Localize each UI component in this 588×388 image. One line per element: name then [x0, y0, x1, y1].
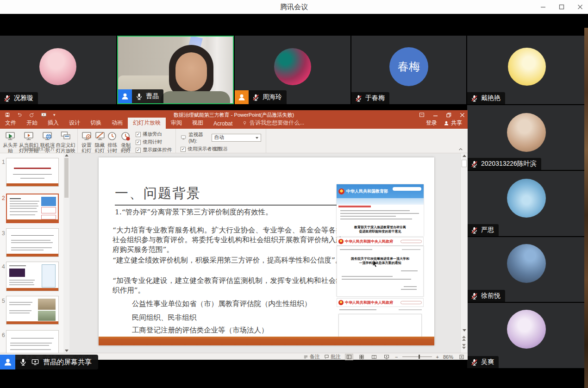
- screen-share-icon: [31, 358, 40, 366]
- tab-acrobat[interactable]: Acrobat: [208, 119, 238, 129]
- slide-sorter-view-button[interactable]: [357, 354, 366, 360]
- tab-slideshow-active[interactable]: 幻灯片放映: [128, 118, 166, 129]
- comments-toggle[interactable]: 批注: [324, 353, 341, 360]
- video-tile-chenyebin[interactable]: 2020313226陈叶滨: [467, 105, 584, 170]
- close-button[interactable]: [577, 4, 583, 10]
- collapse-ribbon-icon[interactable]: [458, 148, 463, 151]
- scrollbar-thumb[interactable]: [64, 158, 69, 198]
- maximize-button[interactable]: [558, 4, 565, 10]
- video-tile-kuangyaxuan[interactable]: 况雅璇: [0, 36, 116, 104]
- slide-paragraph: 1.“管办评”分离背景下第三方评价制度的有效性。: [115, 207, 343, 217]
- tab-view[interactable]: 视图: [187, 118, 208, 129]
- mic-muted-icon: [3, 94, 11, 102]
- video-tile-caojing-speaking[interactable]: 曹晶: [117, 36, 234, 104]
- share-button[interactable]: 共享: [444, 119, 462, 127]
- hide-slide-button[interactable]: 隐藏幻灯片: [94, 130, 106, 147]
- thumbnail-scrollbar[interactable]: [63, 153, 69, 353]
- previous-slide-icon[interactable]: [462, 336, 466, 341]
- ppt-close-icon[interactable]: [460, 113, 465, 118]
- video-tile-wushuang[interactable]: 吴爽: [467, 303, 584, 368]
- setup-slideshow-button[interactable]: 设置幻灯片放映: [80, 130, 94, 147]
- video-tile-yuchunmei[interactable]: 春梅 于春梅: [351, 36, 466, 104]
- slide-thumbnail-1[interactable]: [6, 158, 59, 187]
- scroll-up-icon[interactable]: [462, 155, 466, 157]
- notes-toggle[interactable]: 备注: [303, 353, 320, 360]
- custom-slideshow-button[interactable]: 自定义幻灯片放映: [56, 130, 75, 147]
- zoom-out-button[interactable]: −: [395, 354, 398, 360]
- minimize-button[interactable]: [540, 4, 546, 10]
- window-titlebar: 腾讯会议: [0, 0, 588, 14]
- sharer-avatar-badge: [0, 355, 15, 369]
- screen-share-banner[interactable]: 曹晶的屏幕共享: [0, 355, 98, 369]
- custom-slideshow-icon: [60, 131, 71, 142]
- next-slide-icon[interactable]: [462, 344, 466, 349]
- slideshow-view-button[interactable]: [382, 354, 391, 360]
- avatar: [507, 310, 546, 349]
- thumb-number-selected: 2: [2, 195, 5, 201]
- slide-thumbnail-pane[interactable]: 1 2: [0, 153, 69, 353]
- normal-view-button[interactable]: [345, 354, 353, 360]
- slide-thumbnail-2-selected[interactable]: [6, 194, 59, 223]
- slide-thumbnail-6[interactable]: [6, 330, 59, 353]
- tab-transitions[interactable]: 切换: [85, 118, 106, 129]
- gov-website-header-2: 中华人民共和国中央人民政府: [337, 298, 424, 307]
- monitor-select[interactable]: 自动: [212, 134, 261, 142]
- slide-canvas[interactable]: 一、问题背景 1.“管办评”分离背景下第三方评价制度的有效性。 “大力培育专业教…: [99, 157, 434, 345]
- scrollbar-thumb[interactable]: [462, 160, 467, 167]
- ribbon-group-setup: 设置幻灯片放映 隐藏幻灯片 排练计时 录制幻灯片演示 播放旁白 使用: [78, 129, 176, 153]
- zoom-slider-thumb[interactable]: [419, 355, 420, 359]
- fit-to-window-button[interactable]: [457, 354, 466, 360]
- powerpoint-window: ▾ 数据治理赋能第三方教育 - PowerPoint(产品激活失败) 文件 开始…: [0, 110, 468, 360]
- zoom-slider[interactable]: [402, 357, 432, 357]
- zoom-level[interactable]: 86%: [443, 354, 453, 360]
- video-tile-zhouhailing[interactable]: 周海玲: [235, 36, 350, 104]
- scroll-down-icon[interactable]: [462, 329, 466, 332]
- use-timings-checkbox[interactable]: 使用计时: [136, 139, 172, 145]
- tab-file[interactable]: 文件: [0, 118, 21, 129]
- ppt-restore-icon[interactable]: [446, 113, 451, 118]
- tencent-meeting-window: 腾讯会议 况雅璇: [0, 0, 588, 388]
- slide-thumbnail-4[interactable]: [6, 262, 59, 291]
- video-tile-yansi[interactable]: 严思: [467, 171, 584, 236]
- tab-review[interactable]: 审阅: [166, 118, 187, 129]
- tab-animations[interactable]: 动画: [106, 118, 128, 129]
- from-beginning-button[interactable]: 从头开始: [2, 130, 19, 147]
- avatar: [507, 113, 546, 152]
- rehearse-timings-icon: [106, 131, 118, 142]
- thumb-number: 3: [2, 230, 5, 237]
- from-current-slide-button[interactable]: 从当前幻灯片开始: [19, 130, 39, 147]
- reading-view-button[interactable]: [370, 354, 378, 360]
- slide-area-scrollbar[interactable]: [460, 153, 467, 353]
- mic-muted-icon: [355, 94, 363, 102]
- present-online-button[interactable]: 联机演示: [39, 130, 56, 147]
- comment-icon: [324, 354, 329, 359]
- tab-home[interactable]: 开始: [21, 118, 43, 129]
- video-tile-xuqianyue[interactable]: 徐前悦: [467, 237, 584, 302]
- mic-muted-icon: [470, 226, 478, 234]
- avatar-initials: 春梅: [389, 47, 428, 86]
- ribbon-display-options-icon[interactable]: [419, 112, 425, 118]
- gov-header-title: 中华人民共和国中央人民政府: [345, 300, 393, 305]
- nav-row: [338, 206, 371, 207]
- moe-header-title: 中华人民共和国教育部: [346, 188, 388, 194]
- checkbox-checked-icon: [136, 132, 141, 137]
- zoom-in-button[interactable]: +: [436, 354, 439, 360]
- scroll-up-icon[interactable]: [64, 154, 69, 156]
- tab-insert[interactable]: 插入: [43, 118, 64, 129]
- slide-paragraph: “建立健全绩效评价机制，积极采用第三方评价，提高科学性和公信度”。: [113, 256, 343, 265]
- rehearse-timings-button[interactable]: 排练计时: [106, 130, 119, 147]
- slide-thumbnail-3[interactable]: [6, 228, 59, 257]
- play-narrations-checkbox[interactable]: 播放旁白: [136, 131, 172, 138]
- tell-me-box[interactable]: 告诉我您想要做什么...: [238, 118, 309, 129]
- tab-design[interactable]: 设计: [64, 118, 85, 129]
- record-slideshow-button[interactable]: 录制幻灯片演示: [119, 130, 133, 147]
- sign-in-link[interactable]: 登录: [426, 119, 437, 127]
- group-label: 设置: [78, 146, 175, 152]
- slide-thumbnail-5[interactable]: [6, 296, 59, 325]
- scroll-down-icon[interactable]: [64, 350, 69, 352]
- video-tile-daiyanyan[interactable]: 戴艳艳: [467, 36, 584, 104]
- ppt-minimize-icon[interactable]: [433, 113, 438, 118]
- notes-icon: [303, 354, 308, 359]
- slide-images: 中华人民共和国教育部 教育部关于深入推进教育管办评分离 促进政府职能转变的若干意…: [337, 184, 425, 339]
- slide-footer-bar: [99, 337, 434, 345]
